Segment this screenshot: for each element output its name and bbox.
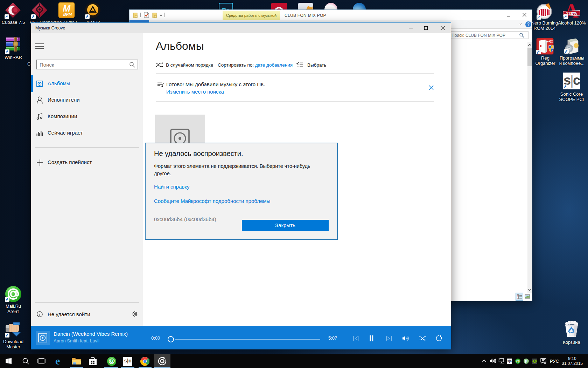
svg-text:BPM: BPM — [63, 12, 72, 16]
